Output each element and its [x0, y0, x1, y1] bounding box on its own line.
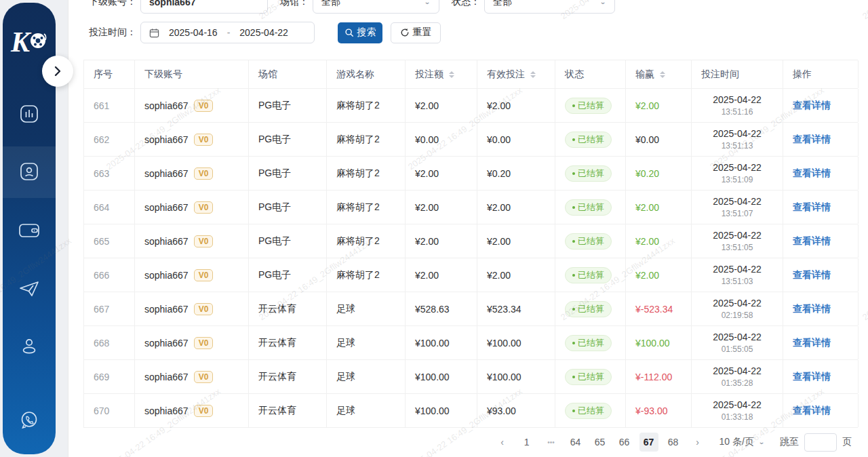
page-button-68[interactable]: 68: [664, 433, 683, 452]
cell-index: 667: [84, 292, 135, 325]
bets-table: 序号下级账号场馆游戏名称投注额有效投注状态输赢投注时间操作 661sophia6…: [83, 60, 858, 428]
venue-label: 场馆：: [280, 0, 309, 8]
view-details-link[interactable]: 查看详情: [793, 303, 831, 315]
jump-label: 跳至: [780, 436, 799, 448]
column-header-5[interactable]: 有效投注: [477, 60, 555, 88]
cell-win-loss: ¥2.00: [626, 191, 692, 224]
sort-icon[interactable]: [449, 68, 454, 81]
page-button-67[interactable]: 67: [639, 433, 658, 452]
pagination: ‹ 1•••6465666768 › 10 条/页 ⌄ 跳至 页: [493, 433, 852, 452]
sidebar-item-member-card[interactable]: [3, 146, 56, 198]
sidebar-item-bar-chart[interactable]: [3, 89, 56, 140]
cell-bet-amount: ¥100.00: [406, 394, 477, 427]
sort-icon[interactable]: [530, 68, 536, 81]
sidebar-item-telegram[interactable]: [3, 264, 56, 315]
view-details-link[interactable]: 查看详情: [793, 337, 831, 349]
column-header-4[interactable]: 投注额: [406, 60, 477, 88]
vip-level-badge: V0: [194, 134, 214, 146]
sidebar-expand-button[interactable]: [42, 56, 73, 87]
reset-button[interactable]: 重置: [391, 22, 441, 43]
status-badge: 已结算: [565, 267, 612, 283]
cell-game: 麻将胡了2: [327, 89, 406, 122]
cell-venue: PG电子: [249, 191, 327, 224]
cell-status: 已结算: [555, 326, 626, 359]
jump-page-input[interactable]: [804, 433, 837, 452]
chevron-down-icon: ⌄: [758, 438, 765, 445]
venue-select[interactable]: 全部 ⌄: [313, 0, 439, 14]
page-size-select[interactable]: 10 条/页 ⌄: [719, 436, 765, 448]
member-card-icon: [19, 161, 39, 184]
cell-valid-bet: ¥2.00: [477, 224, 555, 258]
cell-valid-bet: ¥100.00: [477, 326, 555, 359]
user-icon: [19, 336, 39, 359]
view-details-link[interactable]: 查看详情: [793, 167, 831, 180]
column-header-0: 序号: [84, 60, 135, 88]
telegram-icon: [18, 279, 40, 301]
jump-suffix: 页: [842, 436, 852, 448]
cell-index: 661: [84, 89, 135, 122]
prev-page-button[interactable]: ‹: [493, 433, 512, 452]
page-button-65[interactable]: 65: [591, 433, 610, 452]
table-row: 665sophia667V0PG电子麻将胡了2¥2.00¥2.00已结算¥2.0…: [84, 224, 858, 258]
cell-account: sophia667V0: [135, 157, 249, 190]
table-row: 662sophia667V0PG电子麻将胡了2¥0.00¥0.00已结算¥0.0…: [84, 123, 858, 157]
cell-win-loss: ¥-112.00: [626, 360, 692, 393]
sidebar-item-wallet[interactable]: [3, 205, 56, 257]
cell-game: 麻将胡了2: [327, 191, 406, 224]
view-details-link[interactable]: 查看详情: [793, 371, 831, 383]
cell-bet-amount: ¥2.00: [406, 224, 477, 258]
calendar-icon: [149, 28, 159, 38]
view-details-link[interactable]: 查看详情: [793, 201, 831, 214]
cell-win-loss: ¥100.00: [626, 326, 692, 359]
account-value: sophia667: [149, 0, 195, 7]
cell-index: 664: [84, 191, 135, 224]
date-range-picker[interactable]: 2025-04-16 - 2025-04-22: [140, 22, 315, 43]
table-row: 669sophia667V0开云体育足球¥100.00¥100.00已结算¥-1…: [84, 360, 858, 394]
table-row: 664sophia667V0PG电子麻将胡了2¥2.00¥2.00已结算¥2.0…: [84, 191, 858, 224]
cell-win-loss: ¥-93.00: [626, 394, 692, 427]
cell-game: 麻将胡了2: [327, 123, 406, 156]
search-button[interactable]: 搜索: [338, 22, 382, 43]
cell-action: 查看详情: [783, 123, 859, 156]
cell-venue: PG电子: [249, 123, 327, 156]
cell-venue: 开云体育: [249, 360, 327, 393]
table-row: 667sophia667V0开云体育足球¥528.63¥523.34已结算¥-5…: [84, 292, 858, 326]
next-page-button[interactable]: ›: [688, 433, 707, 452]
cell-bet-amount: ¥528.63: [406, 292, 477, 325]
cell-venue: 开云体育: [249, 394, 327, 427]
cell-bet-amount: ¥100.00: [406, 326, 477, 359]
view-details-link[interactable]: 查看详情: [793, 269, 831, 281]
date-to: 2025-04-22: [239, 27, 288, 38]
page-ellipsis: •••: [542, 433, 561, 452]
column-header-7[interactable]: 输赢: [626, 60, 692, 88]
svg-text:K: K: [10, 26, 32, 58]
cell-action: 查看详情: [783, 326, 859, 359]
cell-valid-bet: ¥2.00: [477, 191, 555, 224]
table-body: 661sophia667V0PG电子麻将胡了2¥2.00¥2.00已结算¥2.0…: [84, 89, 858, 428]
cell-status: 已结算: [555, 360, 626, 393]
cell-bet-time: 2025-04-2213:51:07: [692, 191, 783, 224]
view-details-link[interactable]: 查看详情: [793, 235, 831, 247]
page-button-1[interactable]: 1: [517, 433, 536, 452]
vip-level-badge: V0: [194, 303, 214, 315]
view-details-link[interactable]: 查看详情: [793, 405, 831, 417]
cell-bet-time: 2025-04-2201:35:28: [692, 360, 783, 393]
sort-icon[interactable]: [660, 68, 665, 81]
view-details-link[interactable]: 查看详情: [793, 134, 831, 146]
cell-index: 666: [84, 258, 135, 292]
table-row: 670sophia667V0开云体育足球¥100.00¥93.00已结算¥-93…: [84, 394, 858, 428]
column-header-6: 状态: [555, 60, 626, 88]
view-details-link[interactable]: 查看详情: [793, 100, 831, 112]
sidebar-item-whatsapp[interactable]: [3, 395, 56, 446]
status-select[interactable]: 全部 ⌄: [484, 0, 615, 14]
cell-action: 查看详情: [783, 394, 859, 427]
page-button-64[interactable]: 64: [566, 433, 585, 452]
page-button-66[interactable]: 66: [615, 433, 634, 452]
account-input[interactable]: sophia667: [140, 0, 268, 14]
cell-bet-amount: ¥2.00: [406, 191, 477, 224]
cell-bet-time: 2025-04-2213:51:13: [692, 123, 783, 156]
sidebar-item-user[interactable]: [3, 321, 56, 373]
cell-valid-bet: ¥2.00: [477, 89, 555, 122]
cell-status: 已结算: [555, 394, 626, 427]
cell-bet-time: 2025-04-2202:19:58: [692, 292, 783, 325]
